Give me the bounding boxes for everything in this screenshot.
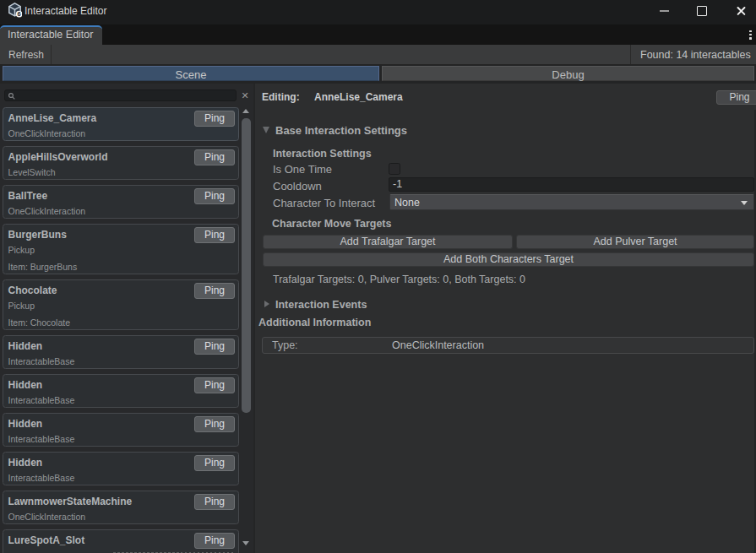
svg-text:6: 6 bbox=[18, 10, 21, 18]
